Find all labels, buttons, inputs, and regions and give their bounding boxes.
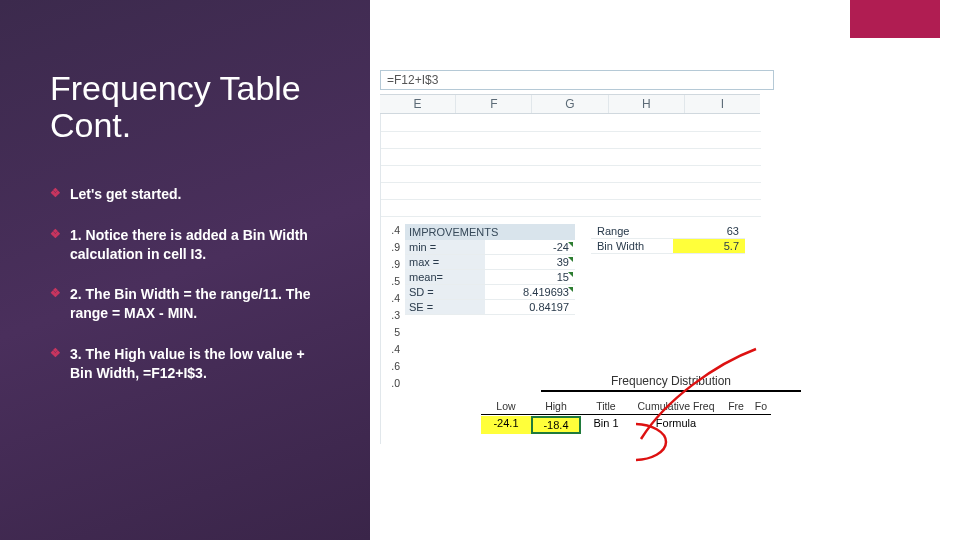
bullet-list: Let's get started. 1. Notice there is ad… <box>50 185 330 383</box>
spreadsheet-screenshot: =F12+I$3 E F G H I .4 .9 .9 .5 .4 .3 5 .… <box>370 70 960 500</box>
col-header: H <box>609 95 685 113</box>
stats-header: IMPROVEMENTS <box>405 224 575 240</box>
fd-data-row: -24.1 -18.4 Bin 1 Formula <box>481 416 721 434</box>
range-block: Range63 Bin Width5.7 <box>591 224 745 254</box>
cell-fragment: .4 <box>381 343 403 360</box>
fd-header: Cumulative Freq <box>631 398 721 414</box>
fd-header: Fre <box>721 398 751 414</box>
left-panel: Frequency Table Cont. Let's get started.… <box>0 0 370 540</box>
fd-header: Fo <box>751 398 771 414</box>
col-header: E <box>380 95 456 113</box>
range-value: 63 <box>673 224 745 238</box>
cell-fragment: .0 <box>381 377 403 394</box>
fd-low: -24.1 <box>481 416 531 434</box>
binwidth-value: 5.7 <box>673 239 745 253</box>
stat-label: mean= <box>405 270 485 284</box>
stat-label: SE = <box>405 300 485 314</box>
col-header: G <box>532 95 608 113</box>
stat-label: SD = <box>405 285 485 299</box>
formula-bar: =F12+I$3 <box>380 70 774 90</box>
col-header: I <box>685 95 760 113</box>
column-headers: E F G H I <box>380 94 760 114</box>
grid-area: .4 .9 .9 .5 .4 .3 5 .4 .6 .0 IMPROVEMENT… <box>380 114 761 444</box>
range-label: Range <box>591 224 673 238</box>
cell-fragment: .6 <box>381 360 403 377</box>
accent-bar <box>850 0 940 38</box>
stat-label: min = <box>405 240 485 254</box>
fd-title: Frequency Distribution <box>541 374 801 392</box>
slide: Frequency Table Cont. Let's get started.… <box>0 0 960 540</box>
slide-title: Frequency Table Cont. <box>50 70 330 145</box>
fd-header: Low <box>481 398 531 414</box>
fd-cumulative: Formula <box>631 416 721 434</box>
stat-value: 15 <box>485 270 575 284</box>
fd-headers: Low High Title Cumulative Freq Fre Fo <box>481 398 771 415</box>
cell-fragment: .4 <box>381 292 403 309</box>
fd-header: High <box>531 398 581 414</box>
cell-fragment: .4 <box>381 224 403 241</box>
fd-high: -18.4 <box>531 416 581 434</box>
stats-block: IMPROVEMENTS min =-24 max =39 mean=15 SD… <box>405 224 575 315</box>
cell-fragment: .9 <box>381 258 403 275</box>
comment-triangle-icon <box>568 257 573 262</box>
stat-value: 0.84197 <box>485 300 575 314</box>
bullet-item: Let's get started. <box>50 185 330 204</box>
cell-fragment: .5 <box>381 275 403 292</box>
cell-fragment: .3 <box>381 309 403 326</box>
bullet-item: 3. The High value is the low value + Bin… <box>50 345 330 383</box>
col-header: F <box>456 95 532 113</box>
stat-value: 8.419693 <box>485 285 575 299</box>
cell-fragment: 5 <box>381 326 403 343</box>
stat-value: 39 <box>485 255 575 269</box>
cell-fragment: .9 <box>381 241 403 258</box>
fd-header: Title <box>581 398 631 414</box>
bullet-item: 2. The Bin Width = the range/11. The ran… <box>50 285 330 323</box>
comment-triangle-icon <box>568 287 573 292</box>
comment-triangle-icon <box>568 272 573 277</box>
binwidth-label: Bin Width <box>591 239 673 253</box>
fd-bin-title: Bin 1 <box>581 416 631 434</box>
comment-triangle-icon <box>568 242 573 247</box>
bullet-item: 1. Notice there is added a Bin Width cal… <box>50 226 330 264</box>
stat-label: max = <box>405 255 485 269</box>
partial-left-column: .4 .9 .9 .5 .4 .3 5 .4 .6 .0 <box>381 224 403 394</box>
stat-value: -24 <box>485 240 575 254</box>
